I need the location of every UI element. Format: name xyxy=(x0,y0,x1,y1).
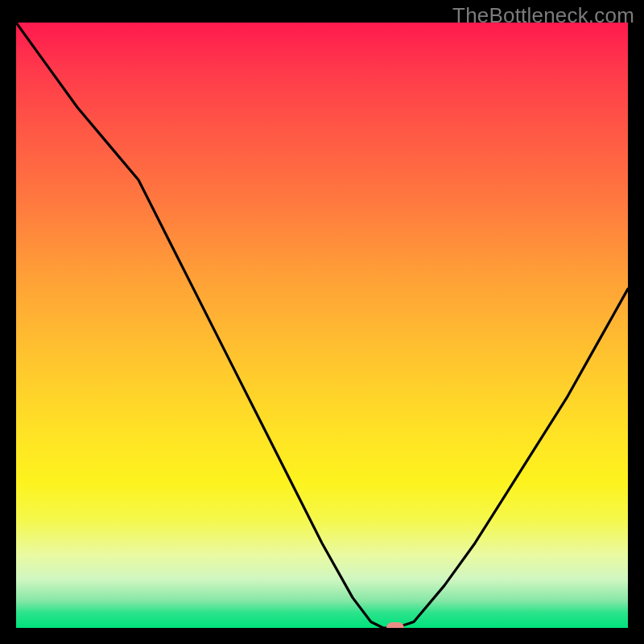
bottleneck-curve xyxy=(16,23,628,628)
watermark-text: TheBottleneck.com xyxy=(452,3,634,28)
curve-path xyxy=(16,23,628,628)
chart-frame: TheBottleneck.com xyxy=(0,0,644,644)
sweet-spot-marker xyxy=(386,622,404,628)
plot-area xyxy=(16,23,628,628)
